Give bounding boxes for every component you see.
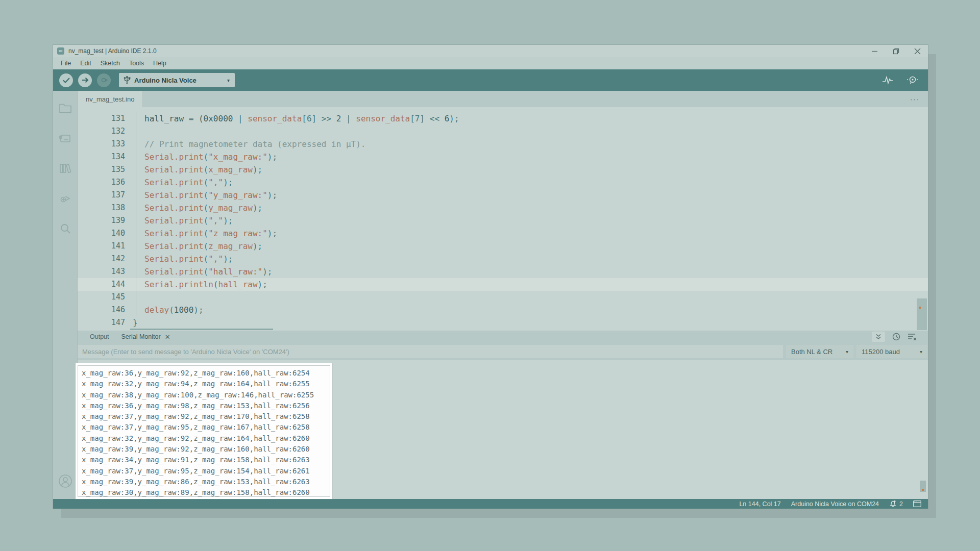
notification-count: 2 [899, 500, 903, 508]
menu-tools[interactable]: Tools [125, 60, 149, 67]
serial-output-line: x_mag_raw:37,y_mag_raw:95,z_mag_raw:167,… [82, 422, 326, 433]
library-manager-icon[interactable] [53, 156, 78, 181]
indent-guide [136, 227, 136, 240]
menu-help[interactable]: Help [149, 60, 171, 67]
debug-button[interactable] [97, 73, 111, 87]
serial-output-line: x_mag_raw:39,y_mag_raw:86,z_mag_raw:153,… [82, 477, 326, 487]
line-number: 142 [78, 253, 125, 265]
code-line: 133// Print magnetometer data (expressed… [78, 138, 928, 151]
code-editor[interactable]: 131hall_raw = (0x0000 | sensor_data[6] >… [78, 107, 928, 331]
code-line: 142Serial.print(","); [78, 253, 928, 265]
notifications[interactable]: 2 [889, 500, 903, 508]
menu-file[interactable]: File [56, 60, 76, 67]
indent-guide [136, 253, 136, 265]
line-number: 147 [78, 316, 125, 329]
serial-output-line: x_mag_raw:36,y_mag_raw:92,z_mag_raw:160,… [82, 368, 326, 379]
line-number: 132 [78, 125, 125, 138]
serial-monitor-output: x_mag_raw:36,y_mag_raw:92,z_mag_raw:160,… [78, 365, 330, 497]
indent-guide [136, 125, 136, 138]
toggle-panel-icon[interactable] [913, 500, 921, 507]
line-number: 136 [78, 176, 125, 189]
panel-tab-bar: Output Serial Monitor ✕ [78, 331, 928, 343]
search-icon[interactable] [53, 216, 78, 241]
usb-icon [124, 76, 130, 84]
indent-guide [136, 112, 136, 125]
code-line: 143Serial.print("hall_raw:"); [78, 265, 928, 278]
highlight-annotation-box: x_mag_raw:36,y_mag_raw:92,z_mag_raw:160,… [76, 363, 332, 499]
serial-scrollbar-thumb[interactable] [920, 481, 926, 492]
code-line: 146delay(1000); [78, 304, 928, 316]
line-number: 143 [78, 265, 125, 278]
editor-scrollbar-thumb[interactable] [917, 298, 927, 330]
line-number: 134 [78, 151, 125, 163]
line-number: 137 [78, 189, 125, 202]
indent-guide [136, 240, 136, 253]
indent-guide [136, 151, 136, 163]
restore-button[interactable] [885, 45, 906, 57]
menu-edit[interactable]: Edit [76, 60, 96, 67]
tab-serial-monitor[interactable]: Serial Monitor ✕ [115, 331, 177, 343]
menu-bar: FileEditSketchToolsHelp [53, 57, 928, 69]
serial-output-line: x_mag_raw:36,y_mag_raw:98,z_mag_raw:153,… [82, 400, 326, 411]
close-button[interactable] [906, 45, 928, 57]
line-number: 145 [78, 291, 125, 304]
timestamp-toggle-icon[interactable] [892, 333, 900, 341]
chevron-down-icon: ▾ [920, 349, 922, 355]
board-selector[interactable]: Arduino Nicla Voice ▾ [119, 73, 235, 87]
code-line: 145 [78, 291, 928, 304]
tab-nv-mag-test-ino[interactable]: nv_mag_test.ino [78, 91, 143, 107]
bell-icon [889, 500, 897, 508]
indent-guide [136, 138, 136, 151]
close-tab-icon[interactable]: ✕ [165, 333, 170, 341]
double-chevron-down-icon [875, 334, 881, 340]
serial-message-input[interactable] [78, 345, 783, 358]
indent-guide [136, 278, 136, 291]
indent-guide [136, 304, 136, 316]
code-line: 132 [78, 125, 928, 138]
baud-rate-select[interactable]: 115200 baud ▾ [856, 345, 927, 358]
horizontal-scrollbar[interactable] [130, 329, 273, 330]
code-line: 144Serial.println(hall_raw); [78, 278, 928, 291]
serial-output-line: x_mag_raw:37,y_mag_raw:95,z_mag_raw:154,… [82, 466, 326, 477]
status-bar: Ln 144, Col 17 Arduino Nicla Voice on CO… [53, 499, 928, 509]
line-number: 139 [78, 214, 125, 227]
line-number: 140 [78, 227, 125, 240]
line-number: 146 [78, 304, 125, 316]
indent-guide [136, 265, 136, 278]
board-selector-label: Arduino Nicla Voice [134, 77, 197, 84]
board-port-status[interactable]: Arduino Nicla Voice on COM24 [791, 500, 879, 508]
serial-output-line: x_mag_raw:34,y_mag_raw:91,z_mag_raw:158,… [82, 455, 326, 465]
code-line: 139Serial.print(","); [78, 214, 928, 227]
cursor-position[interactable]: Ln 144, Col 17 [739, 500, 780, 508]
code-line: 136Serial.print(","); [78, 176, 928, 189]
serial-monitor-icon[interactable] [906, 76, 919, 85]
indent-guide [136, 189, 136, 202]
editor-tab-bar: nv_mag_test.ino ··· [78, 91, 928, 107]
serial-output-line: x_mag_raw:32,y_mag_raw:92,z_mag_raw:164,… [82, 433, 326, 444]
debug-panel-icon[interactable] [53, 186, 78, 211]
line-number: 141 [78, 240, 125, 253]
autoscroll-toggle[interactable] [872, 332, 885, 342]
code-line: 134Serial.print("x_mag_raw:"); [78, 151, 928, 163]
tab-more-actions[interactable]: ··· [910, 95, 928, 103]
upload-button[interactable] [78, 73, 92, 87]
toolbar: Arduino Nicla Voice ▾ [53, 69, 928, 91]
code-line: 141Serial.print(z_mag_raw); [78, 240, 928, 253]
verify-button[interactable] [59, 73, 73, 87]
line-number: 131 [78, 112, 125, 125]
boards-manager-icon[interactable] [53, 126, 78, 151]
serial-output-line: x_mag_raw:38,y_mag_raw:100,z_mag_raw:146… [82, 390, 326, 400]
clear-output-icon[interactable] [908, 333, 917, 340]
account-icon[interactable] [53, 469, 78, 493]
chevron-down-icon: ▾ [227, 78, 230, 83]
tab-label: nv_mag_test.ino [86, 95, 134, 103]
line-ending-select[interactable]: Both NL & CR ▾ [786, 345, 853, 358]
minimize-button[interactable] [864, 45, 885, 57]
menu-sketch[interactable]: Sketch [96, 60, 125, 67]
sketchbook-folder-icon[interactable] [53, 96, 78, 120]
tab-output[interactable]: Output [84, 331, 115, 343]
serial-output-line: x_mag_raw:39,y_mag_raw:92,z_mag_raw:160,… [82, 444, 326, 455]
serial-output-line: x_mag_raw:32,y_mag_raw:94,z_mag_raw:164,… [82, 379, 326, 389]
serial-plotter-icon[interactable] [882, 76, 893, 85]
serial-message-row: Both NL & CR ▾ 115200 baud ▾ [78, 343, 928, 360]
